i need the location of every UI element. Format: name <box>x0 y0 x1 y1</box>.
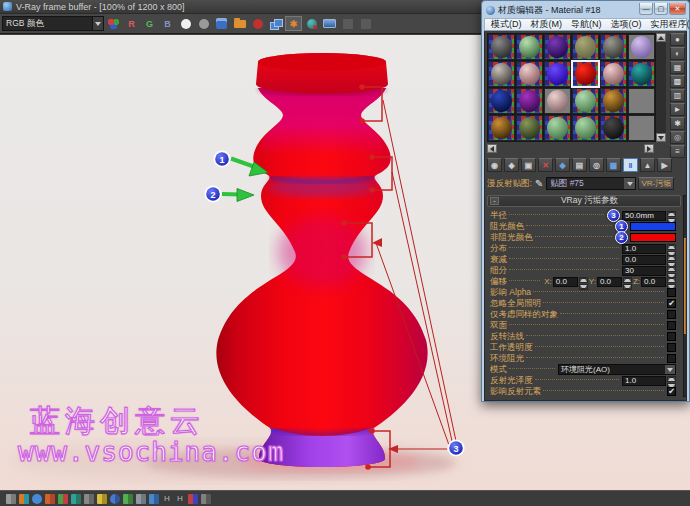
material-slot-5[interactable] <box>600 34 627 60</box>
swatch-scroll-up-button[interactable] <box>656 33 666 42</box>
track-mouse-button[interactable]: ✱ <box>285 16 302 31</box>
spinner-up[interactable] <box>667 211 676 217</box>
material-slot-3[interactable] <box>544 34 571 60</box>
put-to-library-button[interactable]: ▤ <box>572 158 587 172</box>
icc-icon[interactable] <box>136 494 146 504</box>
material-slot-15[interactable] <box>544 88 571 114</box>
channel-dropdown[interactable]: RGB 颜色 <box>2 16 104 31</box>
spinner-up[interactable] <box>667 244 676 250</box>
spinner[interactable] <box>667 244 676 254</box>
spinner-up[interactable] <box>579 277 588 283</box>
region-render-button[interactable] <box>303 16 320 31</box>
parameters-scrollbar[interactable] <box>683 195 687 397</box>
backlight-icon[interactable]: ◐ <box>670 47 685 60</box>
color-swatch[interactable] <box>630 233 676 242</box>
gamma-icon[interactable]: H <box>175 494 185 504</box>
color-sampler-icon[interactable] <box>58 494 68 504</box>
param-value-field[interactable]: 1.0 <box>622 376 666 386</box>
lut-icon[interactable] <box>123 494 133 504</box>
map-name-dropdown[interactable]: 贴图 #75 <box>546 177 636 190</box>
make-preview-icon[interactable]: ► <box>670 103 685 116</box>
spinner[interactable] <box>667 255 676 265</box>
menu-item-5[interactable]: 实用程序(U) <box>651 18 690 31</box>
minimize-button[interactable]: — <box>639 3 653 15</box>
spinner[interactable] <box>667 266 676 276</box>
disabled-button-1[interactable] <box>339 16 356 31</box>
param-checkbox[interactable]: ✔ <box>667 299 676 308</box>
assign-to-selection-button[interactable]: ▣ <box>521 158 536 172</box>
param-checkbox[interactable] <box>667 354 676 363</box>
mono-channel-button[interactable] <box>177 16 194 31</box>
make-unique-button[interactable]: ◆ <box>555 158 570 172</box>
parameters-scrollbar-thumb[interactable] <box>684 238 687 334</box>
map-type-button[interactable]: VR-污垢 <box>638 177 674 190</box>
param-y-field[interactable]: 0.0 <box>597 277 622 287</box>
go-to-parent-button[interactable]: ▲ <box>640 158 655 172</box>
spinner-up[interactable] <box>667 266 676 272</box>
histogram-icon[interactable] <box>84 494 94 504</box>
save-image-button[interactable] <box>213 16 230 31</box>
rollout-header[interactable]: - VRay 污垢参数 <box>487 195 681 207</box>
color-swatch[interactable] <box>630 222 676 231</box>
load-image-button[interactable] <box>231 16 248 31</box>
settings-icon[interactable] <box>201 494 211 504</box>
options-icon[interactable]: ✱ <box>670 117 685 130</box>
reset-map-button[interactable]: ✕ <box>538 158 553 172</box>
material-slot-2[interactable] <box>516 34 543 60</box>
swatch-scroll-down-button[interactable] <box>656 133 666 142</box>
display-correction-button[interactable] <box>321 16 338 31</box>
green-channel-button[interactable]: G <box>141 16 158 31</box>
material-slot-14[interactable] <box>516 88 543 114</box>
material-id-channel-button[interactable]: ◎ <box>589 158 604 172</box>
menu-item-4[interactable]: 选项(O) <box>611 18 642 31</box>
video-color-check-icon[interactable]: ▥ <box>670 89 685 102</box>
material-editor-titlebar[interactable]: 材质编辑器 - Material #18 — ▢ ✕ <box>484 3 687 18</box>
material-slot-6[interactable] <box>628 34 655 60</box>
pencil-curve-icon[interactable] <box>97 494 107 504</box>
swatch-scroll-left-button[interactable] <box>487 144 497 153</box>
spinner[interactable] <box>579 277 588 287</box>
param-checkbox[interactable] <box>667 310 676 319</box>
swatch-vertical-scrollbar[interactable] <box>656 33 666 142</box>
material-slot-13[interactable] <box>488 88 515 114</box>
layers-icon[interactable] <box>6 494 16 504</box>
param-value-field[interactable]: 1.0 <box>622 244 666 254</box>
info-icon[interactable] <box>32 494 42 504</box>
material-slot-7[interactable] <box>488 61 515 87</box>
material-slot-4[interactable] <box>572 34 599 60</box>
param-checkbox[interactable] <box>667 343 676 352</box>
material-slot-1[interactable] <box>488 34 515 60</box>
material-slot-22[interactable] <box>572 115 599 141</box>
disabled-button-2[interactable] <box>357 16 374 31</box>
menu-item-3[interactable]: 导航(N) <box>571 18 602 31</box>
material-slot-24[interactable] <box>628 115 655 141</box>
sample-type-icon[interactable]: ● <box>670 33 685 46</box>
material-slot-12[interactable] <box>628 61 655 87</box>
spinner-up[interactable] <box>667 255 676 261</box>
material-slot-9[interactable] <box>544 61 571 87</box>
menu-item-2[interactable]: 材质(M) <box>531 18 563 31</box>
material-slot-8[interactable] <box>516 61 543 87</box>
param-value-field[interactable]: 30 <box>622 266 666 276</box>
spinner-up[interactable] <box>623 277 632 283</box>
swatch-scroll-right-button[interactable] <box>644 144 654 153</box>
param-z-field[interactable]: 0.0 <box>641 277 666 287</box>
stamp-icon[interactable] <box>19 494 29 504</box>
rollout-collapse-icon[interactable]: - <box>490 197 499 205</box>
spinner[interactable] <box>623 277 632 287</box>
material-map-navigator-icon[interactable]: ≡ <box>670 145 685 158</box>
param-checkbox[interactable] <box>667 321 676 330</box>
param-dropdown[interactable]: 环境阻光(AO) <box>558 364 676 375</box>
material-slot-11[interactable] <box>600 61 627 87</box>
red-channel-button[interactable]: R <box>123 16 140 31</box>
srgb-icon[interactable]: H <box>162 494 172 504</box>
material-slot-10[interactable] <box>572 61 599 87</box>
color-range-icon[interactable] <box>45 494 55 504</box>
spinner[interactable] <box>667 376 676 386</box>
material-slot-20[interactable] <box>516 115 543 141</box>
blue-channel-button[interactable]: B <box>159 16 176 31</box>
background-icon[interactable]: ▦ <box>670 61 685 74</box>
param-value-field[interactable]: 0.0 <box>622 255 666 265</box>
clear-image-button[interactable] <box>249 16 266 31</box>
param-checkbox[interactable] <box>667 288 676 297</box>
